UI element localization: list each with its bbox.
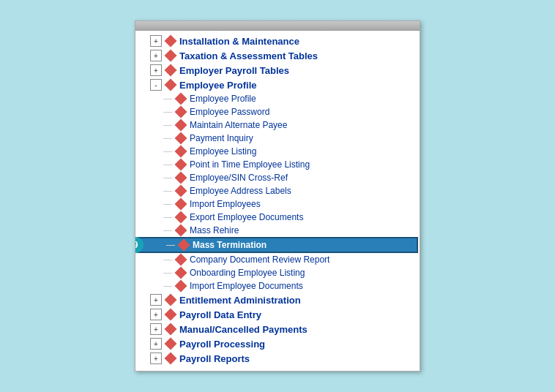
tree-item-payroll-data[interactable]: +Payroll Data Entry — [135, 307, 420, 322]
diamond-icon — [165, 79, 177, 91]
expand-icon[interactable]: + — [150, 309, 162, 320]
diamond-icon — [175, 132, 187, 145]
tree-body[interactable]: +Installation & Maintenance+Taxation & A… — [135, 31, 420, 371]
diamond-icon — [175, 93, 187, 105]
expand-icon[interactable]: + — [150, 323, 162, 335]
tree-connector — [163, 151, 172, 152]
diamond-icon — [165, 309, 177, 321]
item-label: Import Employee Documents — [190, 281, 303, 291]
item-label: Entitlement Administration — [179, 295, 301, 306]
tree-connector — [163, 112, 172, 113]
item-label: Employee Profile — [179, 80, 256, 91]
item-label: Onboarding Employee Listing — [190, 268, 305, 278]
tree-item-employee-profile-root[interactable]: -Employee Profile — [135, 78, 420, 92]
tree-item-installation[interactable]: +Installation & Maintenance — [135, 34, 420, 48]
diamond-icon — [175, 280, 187, 293]
diamond-icon — [175, 267, 187, 279]
item-label: Taxation & Assessment Tables — [179, 50, 318, 61]
diamond-icon — [175, 185, 187, 197]
expand-icon[interactable]: + — [150, 353, 162, 364]
tree-connector — [163, 178, 172, 178]
tree-connector — [163, 286, 172, 287]
diamond-icon — [175, 211, 187, 224]
diamond-icon — [165, 353, 177, 365]
tree-item-mass-termination[interactable]: Mass Termination — [137, 237, 418, 253]
tree-item-point-in-time[interactable]: Point in Time Employee Listing — [135, 158, 420, 171]
tree-connector — [163, 165, 172, 165]
diamond-icon — [175, 159, 187, 171]
item-label: Payroll Data Entry — [179, 309, 261, 320]
item-label: Manual/Cancelled Payments — [179, 324, 308, 335]
tree-item-employee-password[interactable]: Employee Password — [135, 105, 420, 118]
diamond-icon — [165, 294, 177, 306]
item-label: Employee Password — [190, 107, 269, 117]
item-label: Employee Address Labels — [190, 186, 291, 196]
tree-item-payment-inquiry[interactable]: Payment Inquiry — [135, 132, 420, 145]
tree-item-company-document[interactable]: Company Document Review Report — [135, 253, 420, 266]
tree-item-employee-listing[interactable]: Employee Listing — [135, 145, 420, 158]
item-label: Employee Profile — [190, 94, 256, 104]
item-label: Employer Payroll Tables — [179, 65, 289, 76]
item-label: Employee Listing — [190, 146, 256, 157]
item-label: Payroll Reports — [179, 353, 250, 364]
diamond-icon — [175, 119, 187, 132]
expand-icon[interactable]: + — [150, 294, 162, 306]
item-label: Point in Time Employee Listing — [190, 159, 310, 170]
tree-item-onboarding[interactable]: Onboarding Employee Listing — [135, 266, 420, 279]
tree-panel: +Installation & Maintenance+Taxation & A… — [135, 20, 420, 372]
diamond-icon — [165, 50, 177, 62]
tree-connector — [163, 99, 172, 99]
item-label: Payroll Processing — [179, 339, 265, 350]
item-label: Import Employees — [190, 199, 261, 209]
tree-item-employee-sin[interactable]: Employee/SIN Cross-Ref — [135, 171, 420, 184]
tree-item-payroll-reports[interactable]: +Payroll Reports — [135, 351, 420, 366]
item-label: Payment Inquiry — [190, 133, 253, 143]
diamond-icon — [175, 198, 187, 211]
tree-item-payroll-processing[interactable]: +Payroll Processing — [135, 336, 420, 351]
item-label: Employee/SIN Cross-Ref — [190, 173, 288, 183]
collapse-icon[interactable]: - — [150, 79, 162, 91]
tree-connector — [163, 191, 172, 192]
tree-connector — [163, 273, 172, 274]
tree-item-import-employee-docs[interactable]: Import Employee Documents — [135, 279, 420, 293]
item-label: Company Document Review Report — [190, 255, 329, 265]
tree-item-import-employees[interactable]: Import Employees — [135, 197, 420, 211]
diamond-icon — [175, 106, 187, 118]
item-label: Mass Rehire — [190, 225, 239, 235]
tree-item-taxation[interactable]: +Taxation & Assessment Tables — [135, 48, 420, 63]
tree-item-manual-cancelled[interactable]: +Manual/Cancelled Payments — [135, 322, 420, 336]
diamond-icon — [165, 338, 177, 350]
selected-item-wrapper: 9Mass Termination — [135, 237, 420, 253]
tree-connector — [163, 230, 172, 231]
item-label: Mass Termination — [193, 240, 267, 250]
diamond-icon — [178, 239, 190, 252]
item-label: Maintain Alternate Payee — [190, 120, 287, 130]
tree-item-mass-rehire[interactable]: Mass Rehire — [135, 224, 420, 237]
diamond-icon — [165, 35, 177, 48]
tree-item-maintain-alternate[interactable]: Maintain Alternate Payee — [135, 118, 420, 132]
tree-connector — [163, 138, 172, 139]
panel-title — [135, 21, 420, 31]
tree-item-employee-profile[interactable]: Employee Profile — [135, 92, 420, 105]
tree-connector — [166, 245, 175, 246]
diamond-icon — [165, 323, 177, 336]
diamond-icon — [165, 64, 177, 77]
tree-connector — [163, 204, 172, 205]
tree-item-employee-address[interactable]: Employee Address Labels — [135, 184, 420, 197]
tree-connector — [163, 217, 172, 218]
item-label: Installation & Maintenance — [179, 36, 299, 47]
diamond-icon — [175, 225, 187, 237]
expand-icon[interactable]: + — [150, 35, 162, 47]
expand-icon[interactable]: + — [150, 338, 162, 350]
expand-icon[interactable]: + — [150, 64, 162, 76]
tree-item-export-employee[interactable]: Export Employee Documents — [135, 211, 420, 224]
tree-connector — [163, 260, 172, 260]
expand-icon[interactable]: + — [150, 50, 162, 61]
diamond-icon — [175, 172, 187, 184]
item-label: Export Employee Documents — [190, 212, 303, 222]
diamond-icon — [175, 254, 187, 266]
tree-item-entitlement[interactable]: +Entitlement Administration — [135, 293, 420, 307]
tree-connector — [163, 125, 172, 126]
diamond-icon — [175, 146, 187, 158]
tree-item-employer-payroll[interactable]: +Employer Payroll Tables — [135, 63, 420, 78]
